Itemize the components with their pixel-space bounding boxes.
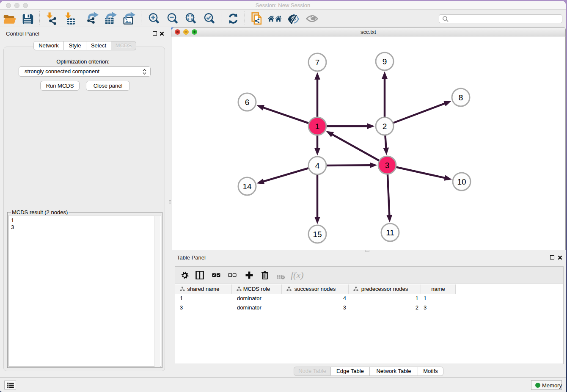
svg-text:9: 9 xyxy=(383,57,387,66)
svg-text:2: 2 xyxy=(383,122,387,131)
svg-text:11: 11 xyxy=(386,228,394,237)
svg-text:3: 3 xyxy=(385,161,390,170)
svg-text:7: 7 xyxy=(315,58,320,67)
svg-text:8: 8 xyxy=(459,93,463,102)
svg-text:4: 4 xyxy=(315,161,320,170)
svg-text:1: 1 xyxy=(315,122,320,131)
svg-text:14: 14 xyxy=(242,182,252,191)
svg-text:10: 10 xyxy=(457,177,466,186)
svg-text:6: 6 xyxy=(245,98,250,107)
svg-text:15: 15 xyxy=(313,230,322,239)
